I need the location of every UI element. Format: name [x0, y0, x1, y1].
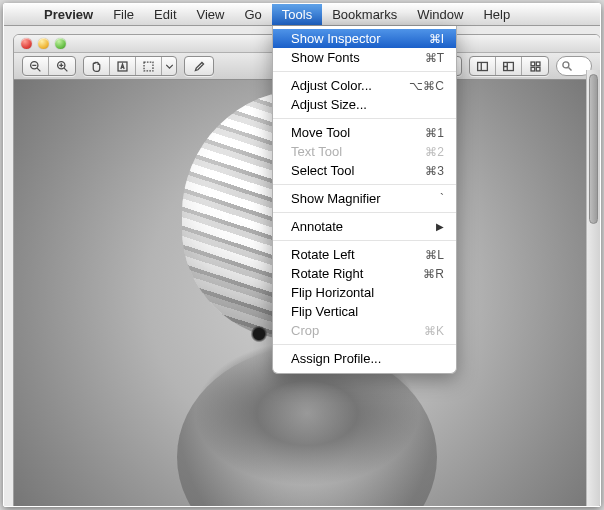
- system-menubar: Preview File Edit View Go Tools Bookmark…: [4, 4, 600, 26]
- menu-item-shortcut: ⌘1: [425, 126, 444, 140]
- chevron-down-icon: [163, 60, 176, 73]
- menu-item-label: Flip Vertical: [291, 304, 444, 319]
- svg-rect-14: [531, 62, 535, 66]
- menu-separator: [273, 184, 456, 185]
- scrollbar-thumb[interactable]: [589, 74, 598, 224]
- contact-sheet-icon: [529, 60, 542, 73]
- menu-item-show-fonts[interactable]: Show Fonts⌘T: [273, 48, 456, 67]
- svg-rect-15: [536, 62, 540, 66]
- menu-item-label: Move Tool: [291, 125, 425, 140]
- menu-separator: [273, 344, 456, 345]
- tools-menu-dropdown: Show Inspector⌘IShow Fonts⌘TAdjust Color…: [272, 26, 457, 374]
- menu-item-shortcut: ⌘L: [425, 248, 444, 262]
- zoom-in-button[interactable]: [49, 57, 75, 75]
- menu-item-shortcut: ⌘I: [429, 32, 444, 46]
- submenu-chevron-icon: ▶: [436, 221, 444, 232]
- view-mode: [469, 56, 549, 76]
- view-sidebar-button[interactable]: [470, 57, 496, 75]
- menu-separator: [273, 71, 456, 72]
- menu-item-shortcut: ⌘T: [425, 51, 444, 65]
- svg-rect-17: [536, 67, 540, 71]
- svg-line-4: [64, 68, 67, 71]
- menu-separator: [273, 118, 456, 119]
- menu-item-shortcut: ⌘2: [425, 145, 444, 159]
- edit-toolbar-button[interactable]: [184, 56, 214, 76]
- minimize-button[interactable]: [38, 38, 49, 49]
- menu-item-label: Rotate Left: [291, 247, 425, 262]
- text-icon: [116, 60, 129, 73]
- menu-item-label: Assign Profile...: [291, 351, 444, 366]
- view-contact-sheet-button[interactable]: [522, 57, 548, 75]
- menu-item-label: Select Tool: [291, 163, 425, 178]
- svg-rect-16: [531, 67, 535, 71]
- svg-rect-9: [478, 62, 488, 70]
- zoom-button[interactable]: [55, 38, 66, 49]
- menu-item-label: Rotate Right: [291, 266, 423, 281]
- zoom-out-button[interactable]: [23, 57, 49, 75]
- vertical-scrollbar[interactable]: [586, 70, 600, 506]
- menu-item-label: Show Fonts: [291, 50, 425, 65]
- menu-item-annotate[interactable]: Annotate▶: [273, 217, 456, 236]
- menu-item-shortcut: ⌥⌘C: [409, 79, 444, 93]
- menu-edit[interactable]: Edit: [144, 4, 186, 25]
- menu-item-text-tool: Text Tool⌘2: [273, 142, 456, 161]
- app-menu[interactable]: Preview: [34, 4, 103, 25]
- pencil-icon: [193, 60, 206, 73]
- menu-item-shortcut: ⌘K: [424, 324, 444, 338]
- menu-item-shortcut: ⌘3: [425, 164, 444, 178]
- menu-item-shortcut: `: [440, 192, 444, 206]
- menu-help[interactable]: Help: [473, 4, 520, 25]
- menu-item-show-inspector[interactable]: Show Inspector⌘I: [273, 29, 456, 48]
- menu-item-label: Flip Horizontal: [291, 285, 444, 300]
- menu-window[interactable]: Window: [407, 4, 473, 25]
- select-tool-dropdown[interactable]: [162, 57, 176, 75]
- zoom-controls: [22, 56, 76, 76]
- menu-item-label: Crop: [291, 323, 424, 338]
- text-tool-button[interactable]: [110, 57, 136, 75]
- menu-item-move-tool[interactable]: Move Tool⌘1: [273, 123, 456, 142]
- menu-item-adjust-size[interactable]: Adjust Size...: [273, 95, 456, 114]
- select-tool-button[interactable]: [136, 57, 162, 75]
- sidebar-icon: [476, 60, 489, 73]
- menu-item-label: Adjust Size...: [291, 97, 444, 112]
- menu-item-show-magnifier[interactable]: Show Magnifier`: [273, 189, 456, 208]
- svg-rect-8: [144, 62, 153, 71]
- menu-item-adjust-color[interactable]: Adjust Color...⌥⌘C: [273, 76, 456, 95]
- tool-selector: [83, 56, 177, 76]
- svg-line-19: [569, 68, 572, 71]
- menu-bookmarks[interactable]: Bookmarks: [322, 4, 407, 25]
- svg-line-1: [37, 68, 40, 71]
- menu-item-flip-horizontal[interactable]: Flip Horizontal: [273, 283, 456, 302]
- menu-item-shortcut: ⌘R: [423, 267, 444, 281]
- zoom-in-icon: [56, 60, 69, 73]
- apple-menu[interactable]: [4, 4, 34, 25]
- search-icon: [561, 60, 573, 72]
- menu-item-flip-vertical[interactable]: Flip Vertical: [273, 302, 456, 321]
- menu-item-rotate-left[interactable]: Rotate Left⌘L: [273, 245, 456, 264]
- menu-item-label: Show Magnifier: [291, 191, 440, 206]
- menu-separator: [273, 240, 456, 241]
- menu-item-crop: Crop⌘K: [273, 321, 456, 340]
- menu-item-assign-profile[interactable]: Assign Profile...: [273, 349, 456, 368]
- menu-separator: [273, 212, 456, 213]
- svg-point-18: [563, 62, 569, 68]
- menu-file[interactable]: File: [103, 4, 144, 25]
- menu-item-rotate-right[interactable]: Rotate Right⌘R: [273, 264, 456, 283]
- close-button[interactable]: [21, 38, 32, 49]
- menu-tools[interactable]: Tools: [272, 4, 322, 25]
- menu-item-label: Show Inspector: [291, 31, 429, 46]
- menu-item-select-tool[interactable]: Select Tool⌘3: [273, 161, 456, 180]
- menu-go[interactable]: Go: [234, 4, 271, 25]
- thumbnails-icon: [502, 60, 515, 73]
- marquee-icon: [142, 60, 155, 73]
- move-tool-button[interactable]: [84, 57, 110, 75]
- menu-item-label: Adjust Color...: [291, 78, 409, 93]
- zoom-out-icon: [29, 60, 42, 73]
- hand-icon: [90, 60, 103, 73]
- view-thumbnails-button[interactable]: [496, 57, 522, 75]
- menu-view[interactable]: View: [187, 4, 235, 25]
- menu-item-label: Annotate: [291, 219, 430, 234]
- menu-item-label: Text Tool: [291, 144, 425, 159]
